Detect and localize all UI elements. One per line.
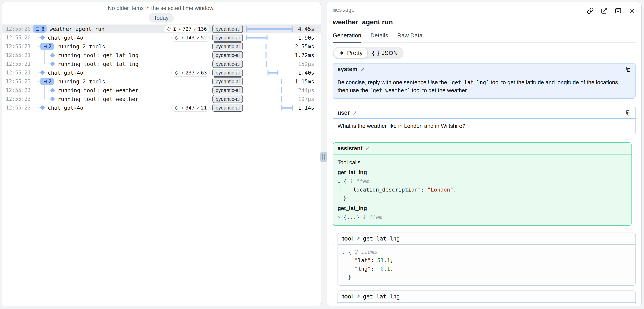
json-tree-line: "location_description": "London",	[340, 186, 627, 194]
tab-generation[interactable]: Generation	[333, 32, 362, 42]
json-token-brace: }	[348, 273, 351, 281]
scope-tag[interactable]: pydantic-ai	[212, 42, 243, 50]
row-timestamp: 12:55:23	[2, 96, 32, 102]
input-tokens-arrow-icon: ↗	[181, 70, 184, 75]
panel-resize-handle[interactable]	[320, 152, 327, 162]
duration-bar	[246, 37, 268, 39]
sum-icon: Σ	[173, 26, 176, 32]
collapse-toggle[interactable]: 2	[40, 43, 54, 50]
scope-tag[interactable]: pydantic-ai	[212, 25, 243, 33]
message-text: What is the weather like in London and i…	[338, 122, 631, 130]
trace-row[interactable]: 12:55:23running tool: get_weatherpydanti…	[2, 86, 320, 95]
json-token-plain: :	[371, 256, 377, 264]
trace-row[interactable]: 12:55:209weather_agent runΣ↗727↙136pydan…	[2, 25, 320, 33]
span-label: running tool: get_lat_lng	[58, 52, 138, 58]
tree-toggle-icon[interactable]: ⌄	[338, 177, 344, 185]
close-icon[interactable]	[629, 7, 636, 14]
row-timestamp: 12:55:21	[2, 61, 32, 67]
tree-toggle-icon[interactable]: ›	[338, 213, 344, 221]
duration-bar-cap	[266, 35, 268, 41]
row-timestamp: 12:55:23	[2, 87, 32, 93]
json-tree-line[interactable]: ⌄{ 2 items	[342, 248, 631, 256]
timeline-track	[246, 95, 294, 103]
row-right-group: ↗347↙21pydantic-ai1.14s	[172, 103, 320, 112]
token-usage-badge[interactable]: Σ↗727↙136	[164, 25, 210, 33]
json-tree-line[interactable]: ›{...} 1 item	[338, 213, 627, 221]
duration-tick	[281, 79, 282, 84]
row-tree: 9weather_agent run	[32, 25, 104, 33]
output-tokens: 21	[201, 105, 207, 111]
duration-bar-cap	[282, 105, 282, 111]
output-tokens-arrow-icon: ↙	[196, 35, 199, 40]
link-icon[interactable]	[587, 7, 594, 14]
collapse-toggle[interactable]: 2	[40, 78, 54, 85]
scope-tag[interactable]: pydantic-ai	[212, 86, 243, 94]
message-text: Be concise, reply with one sentence.Use …	[338, 79, 631, 94]
token-usage-badge[interactable]: ↗347↙21	[172, 104, 210, 112]
today-button[interactable]: Today	[148, 13, 174, 23]
trace-row[interactable]: 12:55:212running 2 toolspydantic-ai2.55m…	[2, 42, 320, 51]
scope-tag[interactable]: pydantic-ai	[212, 51, 243, 59]
row-right-group: pydantic-ai2.55ms	[212, 42, 320, 51]
row-timestamp: 12:55:23	[2, 79, 32, 84]
row-tree: chat gpt-4o	[32, 70, 83, 76]
scope-tag[interactable]: pydantic-ai	[212, 95, 243, 103]
tab-raw-data[interactable]: Raw Data	[397, 32, 422, 42]
json-token-key: "lng"	[354, 265, 371, 273]
trace-row[interactable]: 12:55:21running tool: get_lat_lngpydanti…	[2, 51, 320, 60]
role-direction-arrow-icon: ↗	[356, 235, 360, 242]
tree-toggle-icon[interactable]: ⌄	[342, 248, 348, 256]
message-role-header: tool↗get_lat_lng	[338, 233, 636, 245]
trace-row[interactable]: 12:55:21chat gpt-4o↗237↙63pydantic-ai1.4…	[2, 68, 320, 77]
json-toggle-button[interactable]: { } JSON	[367, 48, 402, 58]
trace-row[interactable]: 12:55:232running 2 toolspydantic-ai1.15m…	[2, 77, 320, 86]
timeline-track	[246, 33, 294, 42]
tab-details[interactable]: Details	[370, 32, 388, 42]
panel-kind-label: message	[333, 7, 354, 13]
row-tree: running tool: get_lat_lng	[32, 52, 138, 58]
message-role-header: tool↗get_lat_lng	[338, 291, 636, 303]
message-body: ⌄{ 2 items	[338, 303, 636, 304]
row-duration: 1.15ms	[294, 79, 314, 85]
timeline-track	[246, 103, 294, 112]
copy-icon[interactable]	[625, 110, 631, 116]
json-tree: ›{...} 1 item	[338, 213, 627, 221]
dock-panel-icon[interactable]	[615, 7, 622, 14]
span-label: chat gpt-4o	[48, 70, 83, 76]
token-usage-badge[interactable]: ↗237↙63	[172, 69, 210, 77]
input-tokens: 727	[182, 26, 192, 32]
scope-tag[interactable]: pydantic-ai	[212, 104, 243, 112]
user-message-card: user↗What is the weather like in London …	[333, 107, 636, 134]
pretty-toggle-button[interactable]: Pretty	[334, 48, 367, 58]
json-token-meta: 2 items	[352, 248, 377, 256]
input-tokens: 143	[186, 35, 194, 41]
scope-tag[interactable]: pydantic-ai	[212, 34, 243, 42]
json-token-key: "lat"	[354, 256, 371, 264]
token-usage-badge[interactable]: ↗143↙52	[172, 34, 210, 42]
text-run: Be concise, reply with one sentence.Use …	[338, 79, 449, 85]
scope-tag[interactable]: pydantic-ai	[212, 69, 243, 77]
trace-row[interactable]: 12:55:23running tool: get_weatherpydanti…	[2, 95, 320, 103]
open-in-new-icon[interactable]	[601, 7, 608, 14]
timeline-track	[246, 51, 294, 60]
duration-tick	[266, 61, 267, 67]
trace-row[interactable]: 12:55:20chat gpt-4o↗143↙52pydantic-ai1.9…	[2, 33, 320, 42]
scope-tag[interactable]: pydantic-ai	[212, 60, 243, 68]
trace-row[interactable]: 12:55:23chat gpt-4o↗347↙21pydantic-ai1.1…	[2, 103, 320, 112]
role-label: assistant	[338, 145, 362, 152]
role-direction-arrow-icon: ↙	[365, 145, 370, 152]
collapse-toggle[interactable]: 9	[33, 25, 46, 33]
row-right-group: pydantic-ai1.15ms	[212, 77, 320, 86]
json-tree-line[interactable]: ⌄{ 1 item	[338, 177, 627, 186]
json-token-brace: {	[344, 213, 347, 221]
input-tokens-arrow-icon: ↗	[181, 35, 184, 40]
scope-tag[interactable]: pydantic-ai	[212, 78, 243, 85]
copy-icon[interactable]	[625, 66, 631, 72]
json-token-plain: ,	[453, 186, 456, 194]
span-label: running tool: get_lat_lng	[58, 61, 138, 67]
output-tokens-arrow-icon: ↙	[196, 70, 199, 75]
json-token-brace: }	[356, 213, 360, 221]
trace-row[interactable]: 12:55:21running tool: get_lat_lngpydanti…	[2, 60, 320, 68]
json-token-str: "London"	[428, 186, 453, 194]
span-diamond-icon	[50, 96, 55, 101]
